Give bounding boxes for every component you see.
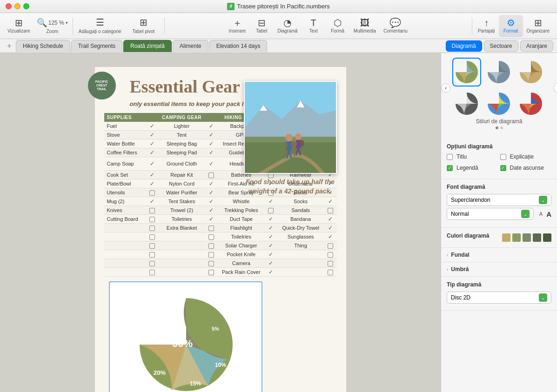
inserare-button[interactable]: ＋ Inserare xyxy=(225,15,250,37)
titlu-checkbox[interactable] xyxy=(447,154,453,160)
font-decrease-button[interactable]: A xyxy=(539,211,543,217)
tab-aranjare-right[interactable]: Aranjare xyxy=(520,40,553,52)
photo-box xyxy=(244,81,337,174)
camping-name: Tent Stakes xyxy=(158,197,205,206)
font-select[interactable]: Superclarendon ⌄ xyxy=(447,194,551,206)
forma-button[interactable]: ⬡ Formă xyxy=(326,15,350,37)
text-icon: T xyxy=(311,18,316,27)
table-row: Mug (2) xyxy=(104,197,146,206)
chart-style-6[interactable] xyxy=(517,89,545,118)
table-row: Utensils xyxy=(104,188,146,197)
add-tab-button[interactable]: + xyxy=(4,41,15,51)
close-button[interactable] xyxy=(6,3,12,9)
tip-title: Tip diagramă xyxy=(447,281,551,288)
label-5: 5% xyxy=(212,326,219,332)
tab-elevation[interactable]: Elevation 14 days xyxy=(209,40,268,52)
table-row xyxy=(104,233,146,241)
camping-check xyxy=(205,259,218,268)
swatch-2[interactable] xyxy=(512,233,521,242)
font-increase-button[interactable]: A xyxy=(546,210,551,218)
tabel-pivot-button[interactable]: ⊞ Tabel pivot xyxy=(125,15,162,37)
sheet-area[interactable]: PACIFICCRESTTRAIL xyxy=(0,53,441,392)
chart-nav-right[interactable]: › xyxy=(553,83,557,93)
camping-name: Tent xyxy=(158,131,205,140)
clothing-name xyxy=(277,259,324,268)
tab-bar: + Hiking Schedule Trail Segments Roată z… xyxy=(0,39,557,53)
chart-nav-left[interactable]: ‹ xyxy=(441,83,450,93)
partajati-icon: ↑ xyxy=(484,18,489,27)
clothing-name: Sandals xyxy=(277,206,324,215)
date-ascunse-checkbox[interactable]: ✓ xyxy=(500,165,506,171)
diagrama-button[interactable]: ◔ Diagramă xyxy=(274,15,301,37)
comentariu-button[interactable]: 💬 Comentariu xyxy=(380,15,411,37)
fundal-expander[interactable]: › Fundal xyxy=(441,248,557,262)
tab-diagrama-right[interactable]: Diagramă xyxy=(446,40,482,52)
swatch-4[interactable] xyxy=(533,233,541,242)
text-button[interactable]: T Text xyxy=(302,15,326,37)
vizualizare-button[interactable]: ⊞ Vizualizare xyxy=(4,15,34,37)
multimedia-button[interactable]: 🖼 Multimedia xyxy=(350,15,380,37)
table-row: Stove xyxy=(104,131,146,140)
camping-name xyxy=(158,233,205,241)
supply-check: ✓ xyxy=(146,148,158,157)
tab-roata-zimtata[interactable]: Roată zimțată xyxy=(123,40,172,52)
hiking-name: Pocket Knife xyxy=(218,250,265,259)
table-row: Fuel xyxy=(104,122,146,131)
zoom-control[interactable]: 🔍 125 % ▾ Zoom xyxy=(34,15,71,37)
logo-circle: PACIFICCRESTTRAIL xyxy=(88,72,116,100)
label-15: 15% xyxy=(190,380,201,387)
clothing-check xyxy=(324,206,337,215)
chart-style-2[interactable] xyxy=(484,58,513,86)
partajati-button[interactable]: ↑ Partajați xyxy=(474,15,499,37)
supply-check: ✓ xyxy=(146,179,158,188)
camping-name xyxy=(158,250,205,259)
camping-check: ✓ xyxy=(205,179,218,188)
forma-icon: ⬡ xyxy=(334,18,342,27)
titlu-row: Titlu xyxy=(447,153,498,160)
format-button[interactable]: ⚙ Format xyxy=(499,15,523,37)
pie-chart-svg: 50% 20% 15% 10% 5% xyxy=(112,284,261,392)
adauga-categorie-button[interactable]: ☰ Adăugați o categorie xyxy=(75,15,125,37)
umbra-label: Umbră xyxy=(451,266,469,272)
umbra-expander[interactable]: › Umbră xyxy=(441,262,557,277)
swatch-5[interactable] xyxy=(543,233,551,242)
clothing-check xyxy=(324,259,337,268)
chart-style-1[interactable] xyxy=(452,58,481,86)
font-section: Font diagramă Superclarendon ⌄ Normal ⌄ … xyxy=(441,179,557,228)
tab-hiking-schedule[interactable]: Hiking Schedule xyxy=(16,40,70,52)
supply-check xyxy=(146,224,158,233)
swatch-1[interactable] xyxy=(502,233,510,242)
maximize-button[interactable] xyxy=(23,3,29,9)
explicatie-checkbox[interactable] xyxy=(500,154,506,160)
col-camping2 xyxy=(205,113,218,122)
camping-name: Nylon Cord xyxy=(158,179,205,188)
tabel-button[interactable]: ⊟ Tabel xyxy=(249,15,274,37)
tab-sectoare-right[interactable]: Sectoare xyxy=(484,40,518,52)
camping-check: ✓ xyxy=(205,197,218,206)
minimize-button[interactable] xyxy=(14,3,20,9)
date-ascunse-label: Date ascunse xyxy=(510,165,544,171)
tab-trail-segments[interactable]: Trail Segments xyxy=(71,40,122,52)
supply-check xyxy=(146,233,158,241)
chart-style-3[interactable] xyxy=(517,58,545,86)
font-style-select[interactable]: Normal ⌄ xyxy=(447,208,534,220)
clothing-check: ✓ xyxy=(324,233,337,241)
camping-name: Toiletries xyxy=(158,215,205,224)
supply-check: ✓ xyxy=(146,122,158,131)
organizare-button[interactable]: ⊞ Organizare xyxy=(523,15,553,37)
legenda-row: ✓ Legendă xyxy=(447,165,498,171)
camping-check: ✓ xyxy=(205,131,218,140)
hiking-check: ✓ xyxy=(265,259,277,268)
font-title: Font diagramă xyxy=(447,184,551,190)
chart-style-4[interactable] xyxy=(452,89,481,118)
swatch-3[interactable] xyxy=(523,233,531,242)
legenda-checkbox[interactable]: ✓ xyxy=(447,165,453,171)
hiking-name: Toiletries xyxy=(218,233,265,241)
supply-check xyxy=(146,241,158,250)
chart-style-5[interactable] xyxy=(484,89,513,118)
camping-check: ✓ xyxy=(205,148,218,157)
hiking-name: Flashlight xyxy=(218,224,265,233)
tab-alimente[interactable]: Alimente xyxy=(173,40,208,52)
tip-select[interactable]: Disc 2D ⌄ xyxy=(447,292,551,304)
right-panel: ‹ xyxy=(441,53,557,392)
